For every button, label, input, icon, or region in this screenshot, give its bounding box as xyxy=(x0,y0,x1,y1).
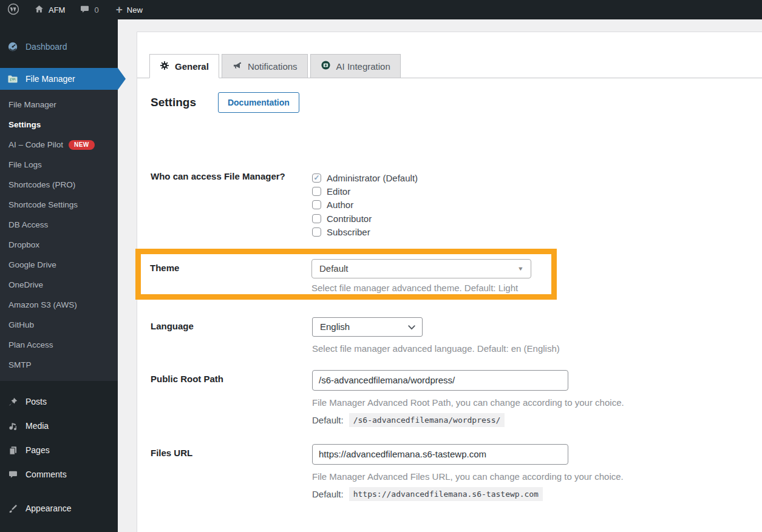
sidebar-item-appearance[interactable]: Appearance xyxy=(0,496,118,520)
role-option-author: Author xyxy=(312,198,762,212)
tab-general[interactable]: General xyxy=(149,54,219,78)
admin-sidebar: Dashboard File Manager File Manager Sett… xyxy=(0,19,118,532)
sidebar-item-posts[interactable]: Posts xyxy=(0,389,118,414)
media-notes-icon xyxy=(6,421,19,431)
root-path-label: Public Root Path xyxy=(151,370,312,384)
pages-icon xyxy=(6,445,19,456)
sidebar-item-next-partial[interactable] xyxy=(0,525,118,532)
role-label: Administrator (Default) xyxy=(327,173,418,183)
sidebar-item-label: Dashboard xyxy=(26,42,67,52)
sidebar-item-dashboard[interactable]: Dashboard xyxy=(0,36,118,57)
checkbox-contributor[interactable] xyxy=(312,214,321,223)
submenu-label: OneDrive xyxy=(9,275,43,295)
file-manager-submenu: File Manager Settings AI – Code Pilot NE… xyxy=(0,90,118,381)
language-dropdown[interactable]: English xyxy=(312,317,423,337)
files-url-input[interactable] xyxy=(312,444,568,465)
submenu-item-settings[interactable]: Settings xyxy=(0,115,118,135)
folder-icon xyxy=(6,74,19,84)
role-label: Editor xyxy=(327,186,350,197)
comment-count: 0 xyxy=(94,5,98,15)
sidebar-item-label: Pages xyxy=(26,445,50,455)
root-path-default: Default: /s6-advancedfilemana/wordpress/ xyxy=(312,413,762,427)
sidebar-item-label: Media xyxy=(26,421,49,431)
submenu-item-db-access[interactable]: DB Access xyxy=(0,215,118,235)
root-path-help-text: File Manager Advanced Root Path, you can… xyxy=(312,397,762,408)
sidebar-item-pages[interactable]: Pages xyxy=(0,438,118,462)
theme-dropdown[interactable]: Default ▼ xyxy=(311,259,531,278)
submenu-label: GitHub xyxy=(9,315,34,335)
wordpress-admin-screen: AFM 0 + New xyxy=(0,0,762,532)
site-name-label: AFM xyxy=(49,5,65,15)
root-path-input[interactable] xyxy=(312,370,568,391)
submenu-label: SMTP xyxy=(9,355,32,375)
submenu-label: DB Access xyxy=(9,215,48,235)
comment-bubble-icon xyxy=(6,470,19,479)
submenu-item-amazon-s3[interactable]: Amazon S3 (AWS) xyxy=(0,295,118,315)
paintbrush-icon xyxy=(6,503,19,514)
gear-icon xyxy=(160,61,169,72)
role-option-contributor: Contributor xyxy=(312,212,762,225)
files-url-row: Files URL File Manager Advanced Files UR… xyxy=(137,444,762,501)
chevron-down-icon xyxy=(408,322,415,332)
access-roles-label: Who can access File Manager? xyxy=(151,171,312,181)
submenu-item-onedrive[interactable]: OneDrive xyxy=(0,275,118,295)
default-label: Default: xyxy=(312,415,344,425)
submenu-item-dropbox[interactable]: Dropbox xyxy=(0,235,118,255)
sidebar-item-label: File Manager xyxy=(26,74,75,84)
files-url-field: File Manager Advanced Files URL, you can… xyxy=(312,444,762,501)
submenu-item-file-manager[interactable]: File Manager xyxy=(0,95,118,115)
root-path-row: Public Root Path File Manager Advanced R… xyxy=(137,370,762,427)
comments-shortcut[interactable]: 0 xyxy=(80,4,98,16)
sidebar-item-media[interactable]: Media xyxy=(0,414,118,438)
submenu-item-ai-code-pilot[interactable]: AI – Code Pilot NEW xyxy=(0,135,118,155)
sidebar-item-file-manager[interactable]: File Manager xyxy=(0,68,118,90)
dashboard-gauge-icon xyxy=(6,41,19,52)
new-badge: NEW xyxy=(69,140,95,150)
submenu-label: Dropbox xyxy=(9,235,39,255)
documentation-button[interactable]: Documentation xyxy=(218,92,299,113)
submenu-label: File Logs xyxy=(9,155,42,175)
theme-label: Theme xyxy=(150,259,311,273)
submenu-item-smtp[interactable]: SMTP xyxy=(0,355,118,375)
new-content-button[interactable]: + New xyxy=(116,5,143,15)
checkbox-subscriber[interactable] xyxy=(312,227,321,237)
page-header: Settings Documentation xyxy=(137,92,762,113)
submenu-item-plan-access[interactable]: Plan Access xyxy=(0,335,118,355)
checkbox-administrator[interactable]: ✓ xyxy=(312,173,321,183)
site-name-link[interactable]: AFM xyxy=(34,4,65,16)
settings-tabs: General Notifications xyxy=(137,54,762,78)
submenu-label: File Manager xyxy=(9,95,56,115)
main-content-area: General Notifications xyxy=(118,19,762,532)
submenu-label: Google Drive xyxy=(9,255,56,275)
submenu-item-shortcode-settings[interactable]: Shortcode Settings xyxy=(0,195,118,215)
submenu-item-shortcodes-pro[interactable]: Shortcodes (PRO) xyxy=(0,175,118,195)
tab-ai-integration[interactable]: AI Integration xyxy=(310,54,401,78)
page-title: Settings xyxy=(151,96,196,109)
wordpress-menu-button[interactable] xyxy=(7,3,19,17)
default-label: Default: xyxy=(312,489,344,499)
new-label: New xyxy=(127,5,143,15)
check-icon: ✓ xyxy=(313,174,319,181)
tab-label: AI Integration xyxy=(336,61,390,72)
dropdown-arrow-icon: ▼ xyxy=(517,266,524,272)
theme-help-text: Select file manager advanced theme. Defa… xyxy=(311,283,551,293)
access-roles-options: ✓ Administrator (Default) Editor Author … xyxy=(312,171,762,239)
theme-row: Theme Default ▼ Select file manager adva… xyxy=(141,254,551,294)
submenu-label: Shortcode Settings xyxy=(9,195,78,215)
submenu-item-github[interactable]: GitHub xyxy=(0,315,118,335)
sidebar-item-comments[interactable]: Comments xyxy=(0,462,118,487)
home-icon xyxy=(34,4,44,16)
submenu-item-google-drive[interactable]: Google Drive xyxy=(0,255,118,275)
root-path-field: File Manager Advanced Root Path, you can… xyxy=(312,370,762,427)
language-label: Language xyxy=(151,317,312,331)
sidebar-item-label: Posts xyxy=(26,397,47,406)
theme-highlight-box: Theme Default ▼ Select file manager adva… xyxy=(135,249,557,300)
megaphone-icon xyxy=(232,61,242,72)
checkbox-editor[interactable] xyxy=(312,187,321,196)
wordpress-logo-icon xyxy=(7,3,19,17)
role-label: Subscriber xyxy=(327,227,370,237)
submenu-label: Plan Access xyxy=(9,335,53,355)
submenu-item-file-logs[interactable]: File Logs xyxy=(0,155,118,175)
tab-notifications[interactable]: Notifications xyxy=(222,54,308,78)
checkbox-author[interactable] xyxy=(312,200,321,209)
